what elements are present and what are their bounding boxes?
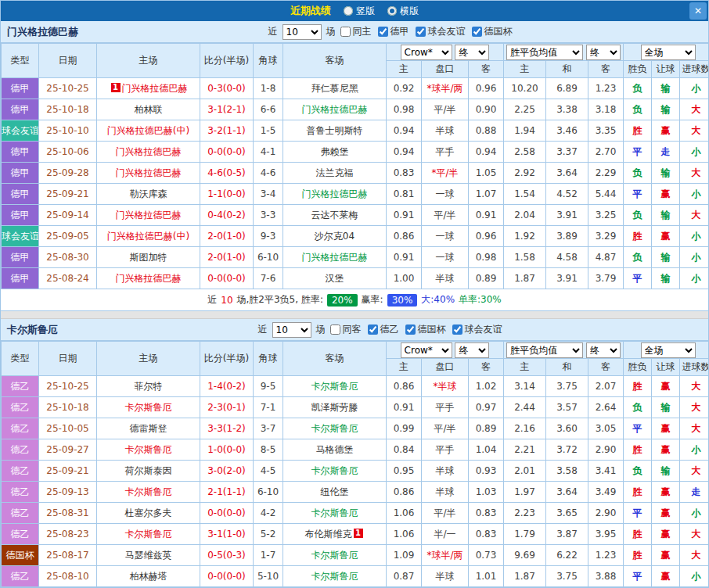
avg-draw-cell: 3.91 xyxy=(546,205,588,226)
avg-home-cell: 1.87 xyxy=(504,566,546,587)
filter-checkbox-德乙[interactable]: 德乙 xyxy=(368,323,399,336)
result-handicap-cell: 赢 xyxy=(652,226,680,247)
away-team-cell: 门兴格拉德巴赫 xyxy=(283,247,387,268)
filter-checkbox-德国杯[interactable]: 德国杯 xyxy=(472,25,513,38)
summary-record: 场,胜2平3负5, 胜率: xyxy=(237,293,323,307)
team-link[interactable]: 卡尔斯鲁厄 xyxy=(311,465,358,476)
checkbox-input[interactable] xyxy=(368,324,378,335)
team-link[interactable]: 卡尔斯鲁厄 xyxy=(125,486,172,497)
result-handicap-cell: 赢 xyxy=(652,120,680,142)
team-link[interactable]: 卡尔斯鲁厄 xyxy=(125,402,172,413)
team-link[interactable]: 卡尔斯鲁厄 xyxy=(311,381,358,392)
checkbox-input[interactable] xyxy=(472,27,482,37)
close-button[interactable]: ✕ xyxy=(689,2,707,20)
match-date-cell: 25-08-24 xyxy=(39,268,97,289)
filter-checkbox-同主[interactable]: 同主 xyxy=(340,25,372,38)
team-link[interactable]: 拜仁慕尼黑 xyxy=(311,83,358,94)
team-link[interactable]: 门兴格拉德巴赫 xyxy=(116,210,182,220)
near-label: 近 xyxy=(268,25,278,38)
col-home: 主场 xyxy=(97,342,200,376)
team-link[interactable]: 荷尔斯泰因 xyxy=(125,465,172,476)
team-link[interactable]: 卡尔斯鲁厄 xyxy=(311,550,358,561)
odds-final-select[interactable]: 终 xyxy=(455,45,489,60)
team-link[interactable]: 门兴格拉德巴赫 xyxy=(116,167,182,178)
team-link[interactable]: 门兴格拉德巴赫 xyxy=(302,252,368,263)
handicap-cell: 半球 xyxy=(422,120,469,142)
team-link[interactable]: 门兴格拉德巴赫 xyxy=(302,104,368,115)
score-cell: 1-1(0-0) xyxy=(200,184,254,205)
match-count-select[interactable]: 10 xyxy=(283,24,322,40)
avg-home-cell: 2.04 xyxy=(504,205,546,226)
vertical-radio-label: 竖版 xyxy=(356,5,375,18)
checkbox-input[interactable] xyxy=(378,27,388,37)
filter-checkbox-同客[interactable]: 同客 xyxy=(330,323,362,336)
avg-group-header: 胜平负均值 终 xyxy=(504,342,624,359)
home-team-cell: 荷尔斯泰因 xyxy=(97,461,200,482)
team-link[interactable]: 门兴格拉德巴赫(中) xyxy=(107,231,189,242)
odds-final-select[interactable]: 终 xyxy=(455,342,489,358)
odds-company-select[interactable]: Crow* xyxy=(401,45,452,60)
filter-checkbox-球会友谊[interactable]: 球会友谊 xyxy=(452,323,502,336)
team-link[interactable]: 马瑟维兹英 xyxy=(125,550,172,561)
team-link[interactable]: 门兴格拉德巴赫 xyxy=(116,273,182,284)
team-link[interactable]: 卡尔斯鲁厄 xyxy=(125,444,172,455)
team-link[interactable]: 弗赖堡 xyxy=(321,146,349,157)
team-link[interactable]: 门兴格拉德巴赫 xyxy=(122,83,188,94)
team-link[interactable]: 卡尔斯鲁厄 xyxy=(311,423,358,434)
filter-checkbox-球会友谊[interactable]: 球会友谊 xyxy=(416,25,466,38)
team-link[interactable]: 卡尔斯鲁厄 xyxy=(125,529,172,540)
avg-final-select[interactable]: 终 xyxy=(586,342,621,358)
result-handicap-cell: 输 xyxy=(652,268,680,289)
team-link[interactable]: 纽伦堡 xyxy=(321,486,349,497)
team-link[interactable]: 卡尔斯鲁厄 xyxy=(311,571,358,582)
team-link[interactable]: 汉堡 xyxy=(326,273,344,284)
team-link[interactable]: 云达不莱梅 xyxy=(311,210,358,220)
section-divider xyxy=(1,311,708,319)
layout-horizontal-radio[interactable]: 横版 xyxy=(387,5,419,18)
avg-odds-select[interactable]: 胜平负均值 xyxy=(506,45,583,60)
avg-odds-select[interactable]: 胜平负均值 xyxy=(506,342,583,358)
team-link[interactable]: 菲尔特 xyxy=(135,381,163,392)
fullmatch-select[interactable]: 全场 xyxy=(641,45,696,60)
layout-vertical-radio[interactable]: 竖版 xyxy=(344,5,375,18)
checkbox-input[interactable] xyxy=(416,27,426,37)
match-date-cell: 25-08-31 xyxy=(39,503,97,524)
avg-final-select[interactable]: 终 xyxy=(586,45,621,60)
team-link[interactable]: 杜塞尔多夫 xyxy=(125,507,172,518)
odds-home-cell: 0.91 xyxy=(387,205,422,226)
checkbox-input[interactable] xyxy=(330,324,340,335)
radio-selected-icon xyxy=(387,6,397,16)
corner-cell: 7-1 xyxy=(254,397,283,418)
team-link[interactable]: 普鲁士明斯特 xyxy=(307,125,363,136)
odds-home-cell: 0.91 xyxy=(387,397,422,418)
checkbox-input[interactable] xyxy=(452,324,462,335)
odds-home-cell: 0.94 xyxy=(387,120,422,142)
team-link[interactable]: 门兴格拉德巴赫 xyxy=(116,146,182,157)
team-link[interactable]: 卡尔斯鲁厄 xyxy=(311,507,358,518)
team-link[interactable]: 凯泽斯劳滕 xyxy=(311,402,358,413)
fullmatch-select[interactable]: 全场 xyxy=(641,342,696,358)
checkbox-input[interactable] xyxy=(405,324,416,335)
match-date-cell: 25-09-13 xyxy=(39,482,97,503)
avg-draw-cell: 3.46 xyxy=(546,120,588,142)
team-link[interactable]: 布伦斯维克 xyxy=(305,529,352,540)
team-link[interactable]: 斯图加特 xyxy=(130,252,167,263)
team-link[interactable]: 门兴格拉德巴赫(中) xyxy=(107,125,189,136)
team-link[interactable]: 勒沃库森 xyxy=(130,188,167,199)
team-link[interactable]: 门兴格拉德巴赫 xyxy=(302,188,368,199)
team-link[interactable]: 柏林赫塔 xyxy=(130,571,167,582)
team-link[interactable]: 马格德堡 xyxy=(316,444,354,455)
team-link[interactable]: 柏林联 xyxy=(135,104,163,115)
filter-checkbox-德国杯[interactable]: 德国杯 xyxy=(405,323,446,336)
handicap-cell: 平/半 xyxy=(422,418,469,439)
match-count-select[interactable]: 10 xyxy=(272,322,311,338)
col-avg-home: 主 xyxy=(504,61,546,78)
team-link[interactable]: 法兰克福 xyxy=(316,167,354,178)
odds-home-cell: 0.92 xyxy=(387,78,422,99)
odds-company-select[interactable]: Crow* xyxy=(401,342,452,358)
checkbox-input[interactable] xyxy=(340,27,351,37)
team-link[interactable]: 德雷斯登 xyxy=(130,423,167,434)
team-link[interactable]: 沙尔克04 xyxy=(315,231,354,242)
filter-checkbox-德甲[interactable]: 德甲 xyxy=(378,25,409,38)
odds-home-cell: 1.06 xyxy=(387,503,422,524)
